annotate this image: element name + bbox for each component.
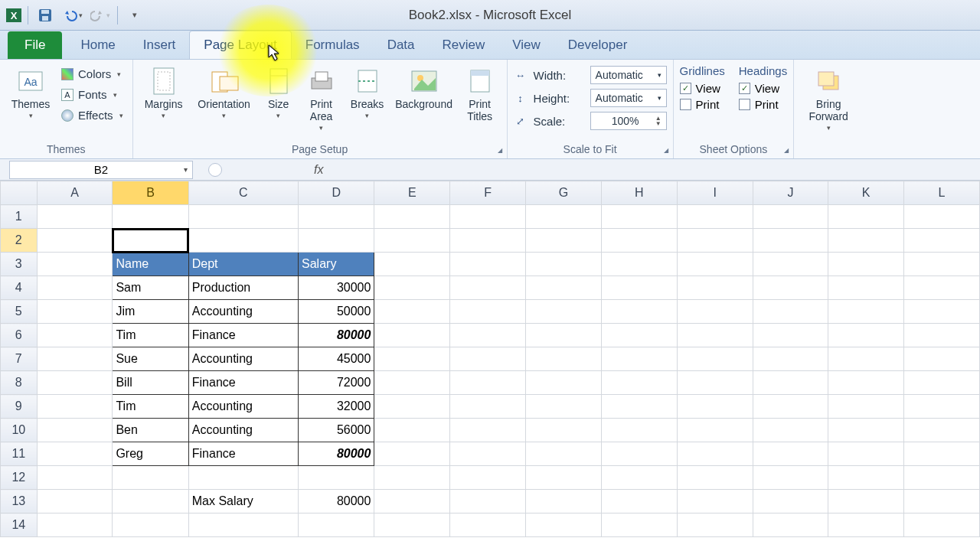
effects-button[interactable]: Effects▾ xyxy=(58,107,126,123)
cell-K13[interactable] xyxy=(828,490,904,514)
cell-K2[interactable] xyxy=(828,229,904,253)
cell-E7[interactable] xyxy=(374,347,450,371)
cell-J6[interactable] xyxy=(753,324,828,347)
cell-L10[interactable] xyxy=(904,419,980,442)
cell-L11[interactable] xyxy=(904,442,980,466)
height-dropdown[interactable]: Automatic▾ xyxy=(590,89,667,107)
cell-L9[interactable] xyxy=(904,395,980,419)
print-titles-button[interactable]: Print Titles xyxy=(459,63,501,133)
cell-G5[interactable] xyxy=(526,300,602,324)
cell-E1[interactable] xyxy=(374,205,450,229)
cell-B8[interactable]: Bill xyxy=(113,371,188,395)
cell-A12[interactable] xyxy=(37,466,113,490)
cell-D5[interactable]: 50000 xyxy=(299,300,374,324)
print-area-button[interactable]: Print Area▾ xyxy=(300,63,343,133)
tab-data[interactable]: Data xyxy=(374,31,429,59)
select-all-corner[interactable] xyxy=(1,181,38,205)
cell-F3[interactable] xyxy=(450,253,526,276)
cell-G9[interactable] xyxy=(526,395,602,419)
cell-K9[interactable] xyxy=(828,395,904,419)
cell-C11[interactable]: Finance xyxy=(188,442,298,466)
breaks-button[interactable]: Breaks▾ xyxy=(346,63,389,133)
bring-forward-button[interactable]: Bring Forward▾ xyxy=(800,63,857,133)
cell-H6[interactable] xyxy=(601,324,677,347)
row-header-2[interactable]: 2 xyxy=(1,229,38,253)
tab-file[interactable]: File xyxy=(8,31,62,59)
cell-C9[interactable]: Accounting xyxy=(188,395,298,419)
cell-C10[interactable]: Accounting xyxy=(188,419,298,442)
col-header-A[interactable]: A xyxy=(37,181,113,205)
cell-E9[interactable] xyxy=(374,395,450,419)
cell-A8[interactable] xyxy=(37,371,113,395)
cell-F1[interactable] xyxy=(450,205,526,229)
col-header-C[interactable]: C xyxy=(188,181,298,205)
cell-I8[interactable] xyxy=(677,371,753,395)
cell-C7[interactable]: Accounting xyxy=(188,347,298,371)
cell-B7[interactable]: Sue xyxy=(113,347,188,371)
cell-D10[interactable]: 56000 xyxy=(299,419,374,442)
cell-H11[interactable] xyxy=(601,442,677,466)
cell-H12[interactable] xyxy=(601,466,677,490)
gridlines-print-checkbox[interactable]: Print xyxy=(680,98,725,111)
cell-K5[interactable] xyxy=(828,300,904,324)
cell-C14[interactable] xyxy=(188,514,298,537)
fonts-button[interactable]: AFonts▾ xyxy=(58,86,126,103)
cell-B10[interactable]: Ben xyxy=(113,419,188,442)
cell-F13[interactable] xyxy=(450,490,526,514)
cell-C4[interactable]: Production xyxy=(188,276,298,300)
cell-A3[interactable] xyxy=(37,253,113,276)
cell-B5[interactable]: Jim xyxy=(113,300,188,324)
cell-I5[interactable] xyxy=(677,300,753,324)
cell-D14[interactable] xyxy=(299,514,374,537)
cell-I9[interactable] xyxy=(677,395,753,419)
cell-A9[interactable] xyxy=(37,395,113,419)
cell-K14[interactable] xyxy=(828,514,904,537)
cell-C12[interactable] xyxy=(188,466,298,490)
col-header-J[interactable]: J xyxy=(753,181,828,205)
cell-E14[interactable] xyxy=(374,514,450,537)
cell-E2[interactable] xyxy=(374,229,450,253)
cell-G6[interactable] xyxy=(526,324,602,347)
cell-I2[interactable] xyxy=(677,229,753,253)
tab-page-layout[interactable]: Page Layout xyxy=(189,31,291,59)
cell-D12[interactable] xyxy=(299,466,374,490)
cell-L5[interactable] xyxy=(904,300,980,324)
cell-K3[interactable] xyxy=(828,253,904,276)
row-header-7[interactable]: 7 xyxy=(1,347,38,371)
col-header-K[interactable]: K xyxy=(828,181,904,205)
cell-J13[interactable] xyxy=(753,490,828,514)
cell-D13[interactable]: 80000 xyxy=(299,490,374,514)
cell-L12[interactable] xyxy=(904,466,980,490)
cell-G4[interactable] xyxy=(526,276,602,300)
col-header-H[interactable]: H xyxy=(601,181,677,205)
background-button[interactable]: Background xyxy=(392,63,456,133)
cell-J5[interactable] xyxy=(753,300,828,324)
cell-C13[interactable]: Max Salary xyxy=(188,490,298,514)
row-header-4[interactable]: 4 xyxy=(1,276,38,300)
row-header-1[interactable]: 1 xyxy=(1,205,38,229)
cell-J9[interactable] xyxy=(753,395,828,419)
cell-C8[interactable]: Finance xyxy=(188,371,298,395)
cell-L1[interactable] xyxy=(904,205,980,229)
tab-view[interactable]: View xyxy=(498,31,554,59)
cell-F4[interactable] xyxy=(450,276,526,300)
cell-H2[interactable] xyxy=(601,229,677,253)
redo-icon[interactable]: ▾ xyxy=(90,5,111,26)
cell-J14[interactable] xyxy=(753,514,828,537)
cell-I3[interactable] xyxy=(677,253,753,276)
row-header-8[interactable]: 8 xyxy=(1,371,38,395)
col-header-L[interactable]: L xyxy=(904,181,980,205)
col-header-D[interactable]: D xyxy=(299,181,374,205)
cell-B14[interactable] xyxy=(113,514,188,537)
worksheet-grid[interactable]: ABCDEFGHIJKL123NameDeptSalary4SamProduct… xyxy=(0,181,980,537)
tab-home[interactable]: Home xyxy=(67,31,129,59)
cell-F7[interactable] xyxy=(450,347,526,371)
width-dropdown[interactable]: Automatic▾ xyxy=(590,66,667,84)
cell-H3[interactable] xyxy=(601,253,677,276)
cell-D7[interactable]: 45000 xyxy=(299,347,374,371)
formula-input[interactable] xyxy=(329,161,980,179)
cell-H5[interactable] xyxy=(601,300,677,324)
cell-C1[interactable] xyxy=(188,205,298,229)
row-header-11[interactable]: 11 xyxy=(1,442,38,466)
cell-K1[interactable] xyxy=(828,205,904,229)
